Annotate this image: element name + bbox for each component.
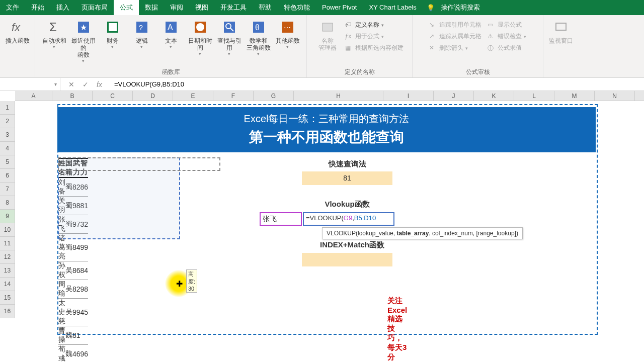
cell-g9[interactable]: 张飞 xyxy=(260,212,302,226)
row-header-5[interactable]: 5 xyxy=(0,155,15,169)
table-cell[interactable]: 81 xyxy=(80,197,89,215)
evaluate-button[interactable]: ⓘ公式求值 xyxy=(486,42,528,54)
col-header-F[interactable]: F xyxy=(213,91,254,101)
remove-arrows-button[interactable]: ✕删除箭头 ▾ xyxy=(427,42,484,54)
table-cell[interactable]: 蜀 xyxy=(65,234,72,261)
table-cell[interactable]: 99 xyxy=(72,299,80,326)
table-header[interactable]: 智力 xyxy=(80,158,89,177)
table-cell[interactable]: 诸葛亮 xyxy=(58,234,65,261)
col-header-M[interactable]: M xyxy=(554,91,595,101)
table-cell[interactable]: 96 xyxy=(80,345,89,363)
row-header-8[interactable]: 8 xyxy=(0,196,15,210)
table-header[interactable]: 姓名 xyxy=(58,158,65,177)
fx-icon[interactable]: fx xyxy=(97,80,102,88)
row-header-7[interactable]: 7 xyxy=(0,183,15,196)
name-box[interactable]: ▾ xyxy=(0,78,60,91)
formula-input[interactable]: =VLOOKUP(G9,B5:D10 xyxy=(110,80,644,88)
lookup-button[interactable]: 查找与引用▾ xyxy=(215,17,244,65)
watch-window-button[interactable]: 监视窗口 xyxy=(546,17,576,46)
chevron-down-icon[interactable]: ▾ xyxy=(54,81,57,87)
logical-button[interactable]: ?逻辑▾ xyxy=(127,17,156,65)
row-header-15[interactable]: 15 xyxy=(0,291,15,305)
table-cell[interactable]: 荀彧 xyxy=(58,345,65,363)
menu-features[interactable]: 特色功能 xyxy=(278,0,316,15)
show-formulas-button[interactable]: ▭显示公式 xyxy=(486,19,528,31)
table-cell[interactable]: 孙权 xyxy=(58,261,65,280)
table-cell[interactable]: 周瑜 xyxy=(58,280,65,299)
menu-help[interactable]: 帮助 xyxy=(253,0,278,15)
quick-lookup-value[interactable]: 81 xyxy=(302,171,392,185)
col-header-K[interactable]: K xyxy=(474,91,514,101)
table-cell[interactable]: 蜀 xyxy=(65,197,72,215)
row-header-13[interactable]: 13 xyxy=(0,264,15,278)
table-cell[interactable]: 45 xyxy=(80,299,89,326)
table-cell[interactable]: 吴 xyxy=(65,299,72,326)
table-cell[interactable]: 98 xyxy=(72,197,80,215)
table-cell[interactable]: 84 xyxy=(72,234,80,261)
table-cell[interactable]: 86 xyxy=(80,177,89,197)
table-cell[interactable]: 吴 xyxy=(65,261,72,280)
col-header-B[interactable]: B xyxy=(52,91,93,101)
col-header-A[interactable]: A xyxy=(15,91,52,101)
col-header-D[interactable]: D xyxy=(133,91,173,101)
table-cell[interactable]: 太史慈 xyxy=(58,299,65,326)
col-header-N[interactable]: N xyxy=(595,91,635,101)
define-name-button[interactable]: 🏷定义名称 ▾ xyxy=(343,19,406,31)
cancel-icon[interactable]: ✕ xyxy=(68,80,74,88)
name-manager-button[interactable]: 名称 管理器 xyxy=(313,17,342,56)
table-cell[interactable]: 刘备 xyxy=(58,177,65,197)
row-header-1[interactable]: 1 xyxy=(0,101,15,115)
col-header-I[interactable]: I xyxy=(383,91,434,101)
menu-powerpivot[interactable]: Power Pivot xyxy=(316,0,363,15)
col-header-E[interactable]: E xyxy=(173,91,213,101)
table-cell[interactable]: 97 xyxy=(72,215,80,234)
confirm-icon[interactable]: ✓ xyxy=(83,80,89,88)
autosum-button[interactable]: Σ自动求和▾ xyxy=(40,17,69,65)
table-cell[interactable]: 81 xyxy=(72,326,80,345)
use-formula-button[interactable]: ƒx用于公式 ▾ xyxy=(343,31,406,42)
table-cell[interactable]: 46 xyxy=(72,345,80,363)
function-tooltip[interactable]: VLOOKUP(lookup_value, table_array, col_i… xyxy=(322,227,523,239)
table-header[interactable]: 武力 xyxy=(72,158,80,177)
data-table[interactable]: 姓名国籍武力智力刘备蜀8286关羽蜀9881张飞蜀9732诸葛亮蜀8499孙权吴… xyxy=(58,158,88,362)
col-header-C[interactable]: C xyxy=(93,91,133,101)
col-header-L[interactable]: L xyxy=(514,91,554,101)
menu-formulas[interactable]: 公式 xyxy=(114,0,139,15)
col-header-H[interactable]: H xyxy=(294,91,383,101)
table-cell[interactable]: 98 xyxy=(80,280,89,299)
insert-function-button[interactable]: fx 插入函数 xyxy=(3,17,32,46)
col-header-G[interactable]: G xyxy=(254,91,294,101)
col-header-J[interactable]: J xyxy=(434,91,474,101)
row-header-6[interactable]: 6 xyxy=(0,169,15,183)
row-header-3[interactable]: 3 xyxy=(0,128,15,142)
row-header-14[interactable]: 14 xyxy=(0,278,15,291)
index-match-value[interactable] xyxy=(302,253,392,266)
menu-data[interactable]: 数据 xyxy=(139,0,164,15)
menu-file[interactable]: 文件 xyxy=(0,0,25,15)
menu-review[interactable]: 审阅 xyxy=(164,0,189,15)
row-header-16[interactable]: 16 xyxy=(0,305,15,318)
row-header-11[interactable]: 11 xyxy=(0,237,15,250)
row-header-9[interactable]: 9 xyxy=(0,210,15,223)
tell-me-search[interactable]: 操作说明搜索 xyxy=(435,0,486,15)
error-check-button[interactable]: ⚠错误检查 ▾ xyxy=(486,31,528,42)
table-header[interactable]: 国籍 xyxy=(65,158,72,177)
menu-insert[interactable]: 插入 xyxy=(50,0,75,15)
datetime-button[interactable]: 日期和时间▾ xyxy=(186,17,215,65)
financial-button[interactable]: 财务▾ xyxy=(98,17,127,65)
table-cell[interactable]: 82 xyxy=(72,177,80,197)
menu-xychart[interactable]: XY Chart Labels xyxy=(363,0,422,15)
math-button[interactable]: θ数学和 三角函数▾ xyxy=(244,17,273,65)
row-header-2[interactable]: 2 xyxy=(0,115,15,128)
table-cell[interactable]: 曹操 xyxy=(58,326,65,345)
trace-dep-button[interactable]: ↗追踪从属单元格 xyxy=(427,31,484,42)
table-cell[interactable]: 魏 xyxy=(65,326,72,345)
table-cell[interactable]: 蜀 xyxy=(65,215,72,234)
cell-h9-editing[interactable]: =VLOOKUP(G9,B5:D10 xyxy=(303,212,394,226)
table-cell[interactable]: 84 xyxy=(80,261,89,280)
table-cell[interactable]: 82 xyxy=(72,280,80,299)
text-button[interactable]: A文本▾ xyxy=(156,17,186,65)
menu-view[interactable]: 视图 xyxy=(189,0,214,15)
table-cell[interactable]: 张飞 xyxy=(58,215,65,234)
row-header-4[interactable]: 4 xyxy=(0,142,15,155)
